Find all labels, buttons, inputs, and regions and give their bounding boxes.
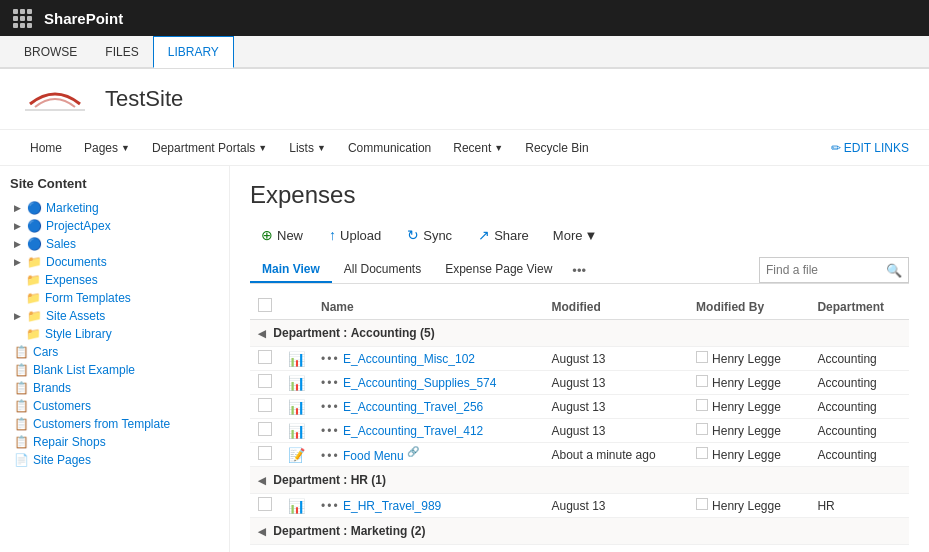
brands-link[interactable]: Brands: [33, 381, 71, 395]
cars-link[interactable]: Cars: [33, 345, 58, 359]
check-placeholder-6: [696, 498, 708, 510]
site-name: TestSite: [105, 86, 183, 112]
blank-list-icon: 📋: [14, 363, 29, 377]
form-templates-link[interactable]: Form Templates: [45, 291, 131, 305]
checkbox-4[interactable]: [258, 422, 272, 436]
tab-library[interactable]: LIBRARY: [153, 36, 234, 68]
row-check-2: [250, 371, 280, 395]
file-link-4[interactable]: E_Accounting_Travel_412: [343, 424, 483, 438]
sidebar-item-sales[interactable]: ▶ 🔵 Sales: [10, 235, 219, 253]
repair-shops-link[interactable]: Repair Shops: [33, 435, 106, 449]
tab-all-documents[interactable]: All Documents: [332, 257, 433, 283]
sidebar-item-brands[interactable]: 📋 Brands: [10, 379, 219, 397]
sidebar-item-customers[interactable]: 📋 Customers: [10, 397, 219, 415]
cars-icon: 📋: [14, 345, 29, 359]
sidebar-item-style-library[interactable]: 📁 Style Library: [10, 325, 219, 343]
row-icon-5: 📝: [280, 443, 313, 467]
share-button[interactable]: ↗ Share: [467, 221, 540, 249]
checkbox-1[interactable]: [258, 350, 272, 364]
row-check-3: [250, 395, 280, 419]
svg-rect-0: [25, 109, 85, 111]
page-title: Expenses: [250, 181, 909, 209]
sidebar-item-marketing[interactable]: ▶ 🔵 Marketing: [10, 199, 219, 217]
col-name: Name: [313, 294, 544, 320]
new-button[interactable]: ⊕ New: [250, 221, 314, 249]
file-link-5[interactable]: Food Menu: [343, 449, 404, 463]
ribbon: BROWSE FILES LIBRARY: [0, 36, 929, 69]
nav-recent[interactable]: Recent ▼: [443, 137, 513, 159]
dept-hr-header: ◀ Department : HR (1): [250, 467, 909, 494]
sales-link[interactable]: Sales: [46, 237, 76, 251]
more-dots-2[interactable]: •••: [321, 376, 340, 390]
check-placeholder-1: [696, 351, 708, 363]
sidebar-item-site-pages[interactable]: 📄 Site Pages: [10, 451, 219, 469]
view-tabs: Main View All Documents Expense Page Vie…: [250, 257, 909, 284]
documents-link[interactable]: Documents: [46, 255, 107, 269]
sidebar-item-customers-template[interactable]: 📋 Customers from Template: [10, 415, 219, 433]
style-library-link[interactable]: Style Library: [45, 327, 112, 341]
nav-lists[interactable]: Lists ▼: [279, 137, 336, 159]
sidebar-item-blank-list[interactable]: 📋 Blank List Example: [10, 361, 219, 379]
sync-icon: ↻: [407, 227, 419, 243]
customers-link[interactable]: Customers: [33, 399, 91, 413]
site-assets-link[interactable]: Site Assets: [46, 309, 105, 323]
file-link-6[interactable]: E_HR_Travel_989: [343, 499, 441, 513]
sales-expand: ▶: [14, 239, 21, 249]
sidebar-item-form-templates[interactable]: 📁 Form Templates: [10, 289, 219, 307]
nav-home[interactable]: Home: [20, 137, 72, 159]
nav-department-portals[interactable]: Department Portals ▼: [142, 137, 277, 159]
customers-icon: 📋: [14, 399, 29, 413]
more-dots-4[interactable]: •••: [321, 424, 340, 438]
sync-button[interactable]: ↻ Sync: [396, 221, 463, 249]
more-button[interactable]: More ▼: [544, 222, 607, 249]
search-icon[interactable]: 🔍: [880, 263, 908, 278]
expenses-link[interactable]: Expenses: [45, 273, 98, 287]
tab-expense-page-view[interactable]: Expense Page View: [433, 257, 564, 283]
sidebar-item-documents[interactable]: ▶ 📁 Documents: [10, 253, 219, 271]
edit-links-button[interactable]: ✏ EDIT LINKS: [831, 141, 909, 155]
table-row: 📊 ••• E_Accounting_Misc_102 August 13 He…: [250, 347, 909, 371]
checkbox-2[interactable]: [258, 374, 272, 388]
sidebar-item-repair-shops[interactable]: 📋 Repair Shops: [10, 433, 219, 451]
more-caret: ▼: [584, 228, 597, 243]
file-link-2[interactable]: E_Accounting_Supplies_574: [343, 376, 496, 390]
nav-pages[interactable]: Pages ▼: [74, 137, 140, 159]
blank-list-link[interactable]: Blank List Example: [33, 363, 135, 377]
header-checkbox[interactable]: [258, 298, 272, 312]
tab-main-view[interactable]: Main View: [250, 257, 332, 283]
excel-icon-1: 📊: [288, 351, 305, 367]
sidebar-item-project-apex[interactable]: ▶ 🔵 ProjectApex: [10, 217, 219, 235]
checkbox-6[interactable]: [258, 497, 272, 511]
site-pages-link[interactable]: Site Pages: [33, 453, 91, 467]
sidebar-item-site-assets[interactable]: ▶ 📁 Site Assets: [10, 307, 219, 325]
marketing-link[interactable]: Marketing: [46, 201, 99, 215]
pages-caret: ▼: [121, 143, 130, 153]
sidebar: Site Content ▶ 🔵 Marketing ▶ 🔵 ProjectAp…: [0, 166, 230, 552]
checkbox-5[interactable]: [258, 446, 272, 460]
view-tab-more-dots[interactable]: •••: [564, 258, 594, 283]
search-input[interactable]: [760, 263, 880, 277]
file-link-1[interactable]: E_Accounting_Misc_102: [343, 352, 475, 366]
upload-button[interactable]: ↑ Upload: [318, 221, 392, 249]
more-dots-5[interactable]: •••: [321, 449, 340, 463]
sidebar-item-expenses[interactable]: 📁 Expenses: [10, 271, 219, 289]
project-apex-icon: 🔵: [27, 219, 42, 233]
file-link-3[interactable]: E_Accounting_Travel_256: [343, 400, 483, 414]
nav-recycle-bin[interactable]: Recycle Bin: [515, 137, 598, 159]
table-row: 📊 ••• E_Accounting_Supplies_574 August 1…: [250, 371, 909, 395]
project-apex-link[interactable]: ProjectApex: [46, 219, 111, 233]
excel-icon-3: 📊: [288, 399, 305, 415]
more-dots-6[interactable]: •••: [321, 499, 340, 513]
content-area: Expenses ⊕ New ↑ Upload ↻ Sync ↗ Share M…: [230, 166, 929, 552]
more-dots-3[interactable]: •••: [321, 400, 340, 414]
app-grid-icon[interactable]: [10, 6, 34, 30]
more-dots-1[interactable]: •••: [321, 352, 340, 366]
row-dept-1: Accounting: [809, 347, 909, 371]
checkbox-3[interactable]: [258, 398, 272, 412]
nav-communication[interactable]: Communication: [338, 137, 441, 159]
sidebar-item-cars[interactable]: 📋 Cars: [10, 343, 219, 361]
tab-browse[interactable]: BROWSE: [10, 36, 91, 67]
customers-template-link[interactable]: Customers from Template: [33, 417, 170, 431]
documents-folder-icon: 📁: [27, 255, 42, 269]
tab-files[interactable]: FILES: [91, 36, 152, 67]
